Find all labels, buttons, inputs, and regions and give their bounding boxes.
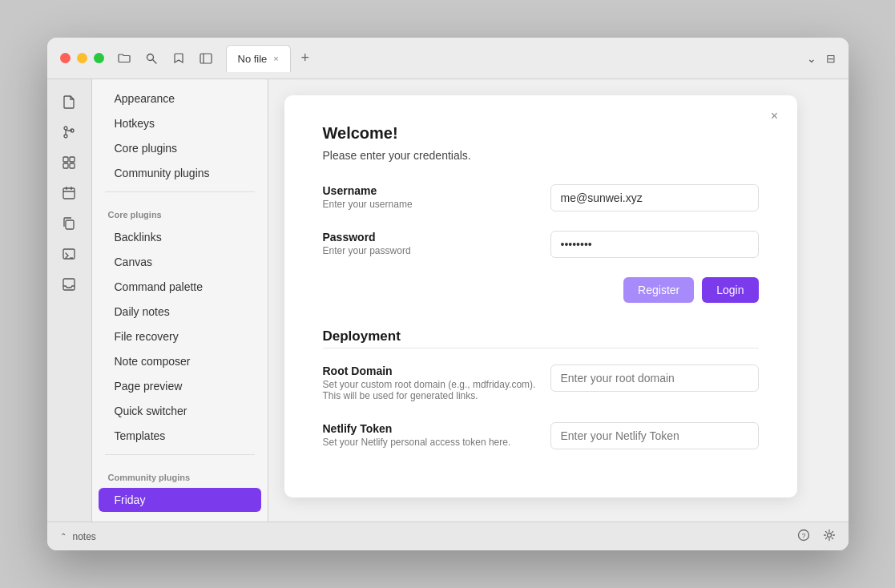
settings-item-daily-notes[interactable]: Daily notes xyxy=(99,300,261,324)
svg-rect-10 xyxy=(63,163,68,168)
password-input[interactable] xyxy=(550,231,759,258)
tab-no-file[interactable]: No file × xyxy=(226,45,291,72)
new-tab-button[interactable]: + xyxy=(294,47,316,70)
tab-label: No file xyxy=(238,53,268,65)
minimize-button[interactable] xyxy=(77,53,87,63)
root-domain-input[interactable] xyxy=(550,364,759,392)
search-icon[interactable] xyxy=(144,51,159,66)
icon-sidebar xyxy=(47,79,92,522)
root-domain-sublabel: Set your custom root domain (e.g., mdfri… xyxy=(323,379,550,401)
settings-community-items: Friday xyxy=(92,488,268,512)
status-notes-label: notes xyxy=(73,531,96,542)
svg-rect-9 xyxy=(70,157,75,162)
titlebar-icons xyxy=(117,51,213,66)
section-divider xyxy=(323,348,759,348)
app-window: No file × + ⌄ ⊟ xyxy=(47,38,849,550)
netlify-token-row: Netlify Token Set your Netlify personal … xyxy=(323,422,759,453)
tab-bar: No file × + xyxy=(226,45,807,72)
settings-item-core-plugins[interactable]: Core plugins xyxy=(99,136,261,160)
titlebar: No file × + ⌄ ⊟ xyxy=(47,38,849,79)
status-left: ⌃ notes xyxy=(60,531,96,542)
deployment-title: Deployment xyxy=(323,328,759,344)
username-label: Username xyxy=(323,184,550,197)
svg-text:?: ? xyxy=(801,532,805,540)
netlify-token-label-group: Netlify Token Set your Netlify personal … xyxy=(323,422,550,453)
root-domain-label-group: Root Domain Set your custom root domain … xyxy=(323,364,550,406)
root-domain-label: Root Domain xyxy=(323,364,550,377)
status-right: ? xyxy=(797,529,836,544)
settings-item-templates[interactable]: Templates xyxy=(99,424,261,448)
settings-item-file-recovery[interactable]: File recovery xyxy=(99,324,261,348)
core-plugins-section-label: Core plugins xyxy=(92,199,268,224)
svg-rect-16 xyxy=(66,220,74,229)
settings-item-hotkeys[interactable]: Hotkeys xyxy=(99,111,261,135)
modal-close-button[interactable]: × xyxy=(765,107,784,126)
sidebar-icon-terminal[interactable] xyxy=(56,241,82,267)
settings-core-items: BacklinksCanvasCommand paletteDaily note… xyxy=(92,225,268,448)
svg-rect-2 xyxy=(200,54,212,63)
sidebar-toggle-icon[interactable] xyxy=(199,51,213,66)
password-sublabel: Enter your password xyxy=(323,245,550,256)
plugin-modal: × Welcome! Please enter your credentials… xyxy=(284,95,797,497)
username-row: Username Enter your username xyxy=(323,184,759,215)
svg-rect-8 xyxy=(63,157,68,162)
root-domain-row: Root Domain Set your custom root domain … xyxy=(323,364,759,406)
settings-panel: AppearanceHotkeysCore pluginsCommunity p… xyxy=(92,79,268,522)
settings-divider-2 xyxy=(105,454,255,455)
settings-item-command-palette[interactable]: Command palette xyxy=(99,275,261,299)
settings-divider xyxy=(105,191,255,192)
username-label-group: Username Enter your username xyxy=(323,184,550,215)
layout-icon[interactable]: ⊟ xyxy=(826,52,836,65)
username-input[interactable] xyxy=(550,184,759,211)
settings-item-page-preview[interactable]: Page preview xyxy=(99,374,261,398)
help-icon[interactable]: ? xyxy=(797,529,810,544)
login-button[interactable]: Login xyxy=(702,277,758,303)
settings-item-friday[interactable]: Friday xyxy=(99,488,261,512)
status-bar: ⌃ notes ? xyxy=(47,522,849,550)
svg-rect-11 xyxy=(70,163,75,168)
bookmark-icon[interactable] xyxy=(171,51,186,66)
sidebar-icon-grid[interactable] xyxy=(56,150,82,175)
svg-rect-17 xyxy=(63,249,75,259)
netlify-token-sublabel: Set your Netlify personal access token h… xyxy=(323,437,550,448)
titlebar-right: ⌄ ⊟ xyxy=(807,52,836,65)
sidebar-icon-document[interactable] xyxy=(56,89,82,115)
svg-rect-12 xyxy=(63,188,75,199)
folder-icon[interactable] xyxy=(117,51,131,66)
svg-line-1 xyxy=(152,59,155,62)
settings-item-canvas[interactable]: Canvas xyxy=(99,250,261,274)
svg-point-5 xyxy=(64,135,67,138)
welcome-subtitle: Please enter your credentials. xyxy=(323,149,759,162)
password-label: Password xyxy=(323,231,550,244)
svg-point-0 xyxy=(147,54,153,60)
welcome-title: Welcome! xyxy=(323,124,759,143)
settings-top-items: AppearanceHotkeysCore pluginsCommunity p… xyxy=(92,87,268,185)
username-sublabel: Enter your username xyxy=(323,199,550,210)
traffic-lights xyxy=(60,53,104,63)
dropdown-icon[interactable]: ⌄ xyxy=(807,52,816,65)
password-label-group: Password Enter your password xyxy=(323,231,550,261)
netlify-token-input[interactable] xyxy=(550,422,759,449)
community-plugins-section-label: Community plugins xyxy=(92,461,268,487)
settings-gear-icon[interactable] xyxy=(823,529,836,544)
register-button[interactable]: Register xyxy=(623,277,694,303)
svg-rect-19 xyxy=(63,279,75,290)
settings-item-note-composer[interactable]: Note composer xyxy=(99,349,261,373)
auth-button-row: Register Login xyxy=(323,277,759,303)
sidebar-icon-copy[interactable] xyxy=(56,211,82,236)
main-area: AppearanceHotkeysCore pluginsCommunity p… xyxy=(47,79,849,522)
maximize-button[interactable] xyxy=(94,53,104,63)
sidebar-icon-calendar[interactable] xyxy=(56,180,82,206)
settings-item-appearance[interactable]: Appearance xyxy=(99,87,261,111)
sidebar-icon-inbox[interactable] xyxy=(56,272,82,297)
tab-close-button[interactable]: × xyxy=(273,54,278,63)
settings-item-community-plugins[interactable]: Community plugins xyxy=(99,161,261,185)
netlify-token-label: Netlify Token xyxy=(323,422,550,435)
close-button[interactable] xyxy=(60,53,71,63)
settings-item-quick-switcher[interactable]: Quick switcher xyxy=(99,399,261,423)
svg-point-4 xyxy=(64,127,67,130)
sidebar-icon-git[interactable] xyxy=(56,119,82,145)
password-row: Password Enter your password xyxy=(323,231,759,261)
settings-item-backlinks[interactable]: Backlinks xyxy=(99,225,261,249)
svg-point-22 xyxy=(827,534,831,538)
